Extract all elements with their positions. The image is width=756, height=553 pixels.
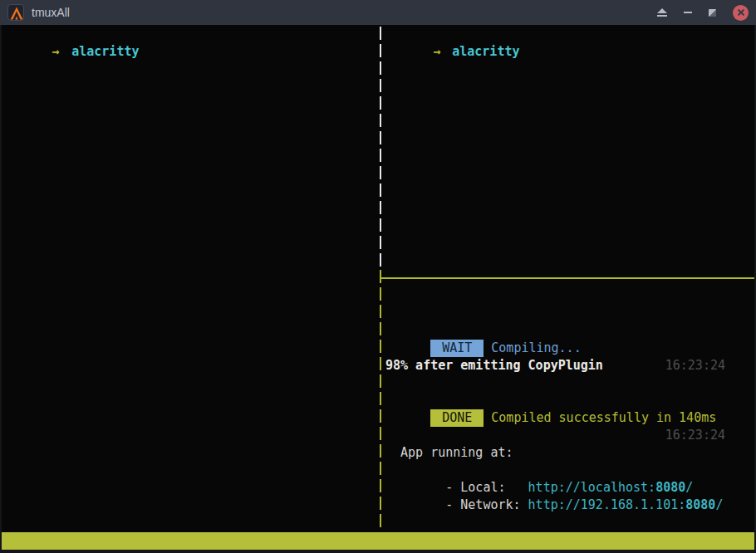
prompt-arrow-icon: → [52,44,59,59]
wait-timestamp: 16:23:24 [665,357,725,374]
top-right-pane-prompt[interactable]: →alacritty [385,26,520,43]
done-line: DONECompiled successfully in 140ms 16:23… [385,392,754,409]
tmux-status-bar: [0] 0:npm* "clonbg" 16:25 21-may-20 [2,532,754,550]
network-url-link[interactable]: http://192.168.1.101: [528,497,686,512]
prompt-command: alacritty [71,44,139,59]
prompt-command: alacritty [452,44,519,59]
eject-icon [656,8,667,17]
wait-line: WAITCompiling... 16:23:24 [385,322,754,340]
command-input-line[interactable]: tmux-sacale-mas-partido [385,514,611,531]
maximize-button[interactable] [709,9,716,17]
network-port[interactable]: 8080 [685,497,715,512]
pane-border-vertical-active[interactable] [380,270,381,531]
done-timestamp: 16:23:24 [665,427,725,444]
prompt-arrow-icon: → [433,44,440,59]
pane-border-horizontal-active[interactable] [380,277,754,279]
titlebar[interactable]: tmuxAll [0,0,756,25]
minus-icon [684,12,692,13]
app-running-line: App running at: [385,444,513,462]
left-pane-prompt[interactable]: →alacritty [5,26,140,43]
alacritty-logo-icon [7,4,24,21]
wait-badge: WAIT [430,340,484,357]
maximize-icon [709,9,716,17]
pane-border-vertical-inactive[interactable] [380,27,381,270]
wait-message: Compiling... [491,340,581,355]
close-icon [733,5,749,21]
network-url-line: - Network: http://192.168.1.101:8080/ [385,479,723,497]
window-controls [656,0,749,25]
local-url-line: - Local: http://localhost:8080/ [385,462,693,479]
window-title: tmuxAll [32,0,70,25]
done-badge: DONE [430,409,484,427]
terminal[interactable]: →alacritty →alacritty WAITCompiling... 1… [2,25,754,550]
terminal-window: tmuxAll →alacritty [0,0,756,553]
done-message: Compiled successfully in 140ms [491,410,716,425]
close-button[interactable] [733,5,749,21]
progress-line: 98% after emitting CopyPlugin [385,357,603,374]
minimize-button[interactable] [684,12,692,13]
network-label: - Network: [430,497,528,512]
shade-button[interactable] [656,8,667,17]
network-url-suffix[interactable]: / [715,497,723,512]
